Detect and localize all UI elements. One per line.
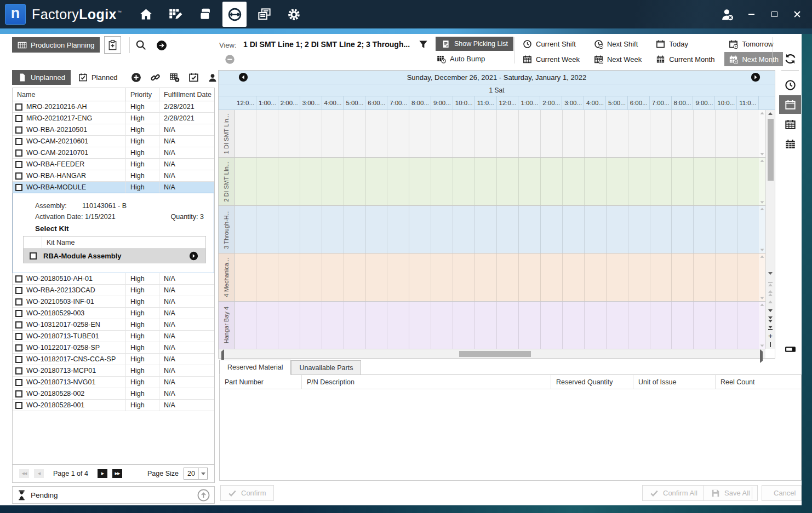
add-icon[interactable] xyxy=(131,72,141,83)
work-order-row[interactable]: WO-10312017-0258-ENHighN/A xyxy=(13,319,214,331)
column-header-name[interactable]: Name xyxy=(13,88,126,101)
remove-view-icon[interactable] xyxy=(225,54,235,65)
go-to-icon[interactable] xyxy=(156,40,167,51)
month-view-icon[interactable] xyxy=(779,135,801,153)
cancel-button[interactable]: Cancel xyxy=(762,485,802,501)
show-picking-list-button[interactable]: Show Picking List xyxy=(436,37,513,51)
row-checkbox[interactable] xyxy=(15,390,22,397)
open-kit-icon[interactable] xyxy=(189,251,205,261)
row-checkbox[interactable] xyxy=(15,333,22,340)
confirm-all-button[interactable]: Confirm All xyxy=(642,485,705,501)
range-button-next-month[interactable]: Next Month xyxy=(724,52,782,66)
row-checkbox[interactable] xyxy=(15,161,22,168)
row-checkbox[interactable] xyxy=(15,184,22,191)
step-down-icon[interactable] xyxy=(768,307,773,314)
view-value[interactable]: 1 DI SMT Line 1; 2 DI SMT LIne 2; 3 Thro… xyxy=(243,40,410,49)
column-header[interactable]: P/N Description xyxy=(302,375,551,389)
work-order-row[interactable]: MRO-20210216-AHHigh2/28/2021 xyxy=(13,101,214,113)
zoom-out-icon[interactable] xyxy=(770,341,771,348)
link-icon[interactable] xyxy=(150,72,161,83)
row-checkbox[interactable] xyxy=(15,344,22,351)
filter-icon[interactable] xyxy=(418,39,428,50)
windows-icon[interactable] xyxy=(252,2,276,26)
work-order-row[interactable]: WO-CAM-20210701HighN/A xyxy=(13,147,214,159)
row-checkbox[interactable] xyxy=(15,275,22,283)
first-page-button[interactable]: ◀◀ xyxy=(19,469,29,478)
row-checkbox[interactable] xyxy=(15,115,22,122)
step-up-icon[interactable] xyxy=(768,298,773,305)
schedule-row[interactable]: 3 Through-H... xyxy=(219,206,765,253)
scrollbar-thumb[interactable] xyxy=(768,119,774,181)
clock-view-icon[interactable] xyxy=(779,76,801,94)
column-header-priority[interactable]: Priority xyxy=(126,88,159,101)
page-down-icon[interactable] xyxy=(768,316,773,322)
work-order-row[interactable]: WO-RBA-20213DCADHighN/A xyxy=(13,285,214,296)
kit-checkbox[interactable] xyxy=(30,252,37,260)
scroll-bottom-icon[interactable] xyxy=(768,325,773,331)
scroll-up-icon[interactable] xyxy=(766,112,775,115)
planning-icon[interactable] xyxy=(163,2,187,26)
transfer-icon[interactable] xyxy=(222,2,247,27)
range-button-current-week[interactable]: Current Week xyxy=(518,52,584,66)
row-checkbox[interactable] xyxy=(15,356,22,363)
close-button[interactable] xyxy=(791,8,803,20)
range-button-tomorrow[interactable]: Tomorrow xyxy=(724,37,782,51)
tab-unplanned[interactable]: Unplanned xyxy=(12,70,71,85)
column-header[interactable]: Part Number xyxy=(220,375,302,389)
column-header-fulfillment[interactable]: Fulfillment Date xyxy=(159,88,214,101)
row-scroll-control[interactable] xyxy=(759,206,765,253)
work-order-row[interactable]: WO-RBA-FEEDERHighN/A xyxy=(13,159,214,170)
work-order-row[interactable]: WO-RBA-20210501HighN/A xyxy=(13,124,214,136)
range-button-next-shift[interactable]: Next Shift xyxy=(590,37,646,51)
auto-bump-button[interactable]: Auto Bump xyxy=(437,54,485,64)
work-order-row[interactable]: WO-20180528-001HighN/A xyxy=(13,400,214,411)
save-all-button[interactable]: Save All xyxy=(704,485,758,501)
column-header[interactable]: Reel Count xyxy=(716,375,801,389)
search-icon[interactable] xyxy=(135,39,147,51)
column-header[interactable]: Reserved Quantity xyxy=(551,375,633,389)
row-checkbox[interactable] xyxy=(15,172,22,180)
row-checkbox[interactable] xyxy=(15,310,22,317)
work-order-row[interactable]: WO-10122017-0258-SPHighN/A xyxy=(13,342,214,354)
table-settings-icon[interactable] xyxy=(169,72,180,83)
h-scrollbar-thumb[interactable] xyxy=(459,351,531,357)
clipboard-button[interactable] xyxy=(104,36,121,54)
next-period-icon[interactable] xyxy=(751,72,760,82)
vertical-scrollbar[interactable]: + xyxy=(765,110,775,349)
schedule-row[interactable]: 4 Mechanica... xyxy=(219,253,765,301)
row-checkbox[interactable] xyxy=(15,126,22,134)
work-order-row[interactable]: WO-20180713-NVG01HighN/A xyxy=(13,377,214,388)
work-order-row[interactable]: WO-20180529-003HighN/A xyxy=(13,308,214,319)
person-icon[interactable] xyxy=(208,73,218,83)
scroll-down-icon[interactable] xyxy=(766,272,775,275)
row-scroll-control[interactable] xyxy=(759,302,765,349)
maximize-button[interactable] xyxy=(768,8,780,20)
tab-unavailable-parts[interactable]: Unavailable Parts xyxy=(291,360,361,375)
row-scroll-control[interactable] xyxy=(759,110,765,157)
production-planning-button[interactable]: Production Planning xyxy=(12,37,100,53)
previous-page-button[interactable]: ◀ xyxy=(34,469,44,478)
zoom-in-icon[interactable]: + xyxy=(768,333,773,339)
row-checkbox[interactable] xyxy=(15,298,22,306)
row-checkbox[interactable] xyxy=(15,103,22,111)
work-order-row[interactable]: WO-20210503-INF-01HighN/A xyxy=(13,296,214,308)
row-checkbox[interactable] xyxy=(15,321,22,328)
week-view-icon[interactable] xyxy=(779,115,801,134)
work-order-row[interactable]: WO-RBA-MODULEHighN/A xyxy=(13,182,214,193)
previous-period-icon[interactable] xyxy=(238,72,248,82)
page-up-icon[interactable] xyxy=(768,290,773,296)
range-button-current-month[interactable]: Current Month xyxy=(651,52,719,66)
documents-icon[interactable] xyxy=(193,2,217,26)
page-size-select[interactable]: 20 xyxy=(184,468,208,480)
tab-reserved-material[interactable]: Reserved Material xyxy=(219,360,291,375)
next-page-button[interactable]: ▶ xyxy=(98,469,107,478)
tab-planned[interactable]: Planned xyxy=(78,73,118,82)
column-header[interactable]: Unit of Issue xyxy=(633,375,716,389)
collapse-up-icon[interactable] xyxy=(197,489,210,502)
row-checkbox[interactable] xyxy=(15,402,22,409)
scroll-top-icon[interactable] xyxy=(768,281,773,287)
settings-icon[interactable] xyxy=(282,2,306,26)
confirm-button[interactable]: Confirm xyxy=(220,485,274,501)
kit-row[interactable]: RBA-Module Assembly xyxy=(24,249,205,263)
schedule-check-icon[interactable] xyxy=(188,72,199,83)
